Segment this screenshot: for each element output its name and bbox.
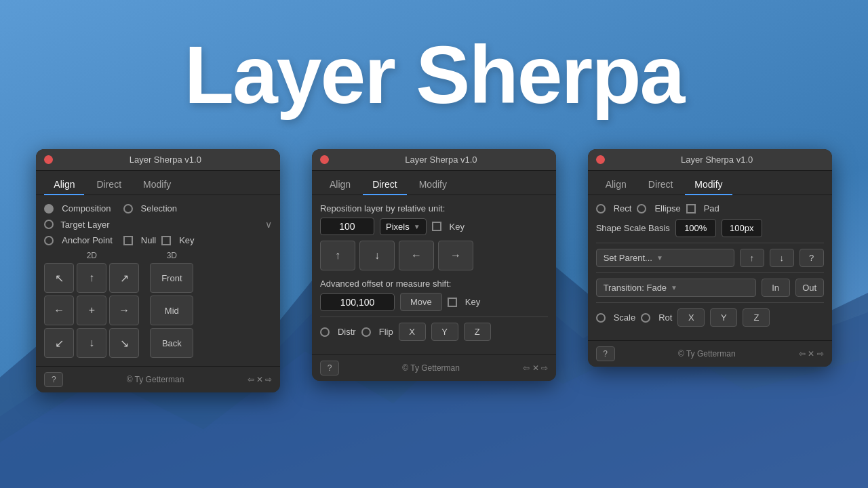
transition-dropdown[interactable]: Transition: Fade ▼ (596, 279, 756, 297)
close-button-align[interactable] (44, 155, 53, 164)
grid-3d-section: 3D Front Mid Back (150, 251, 193, 358)
btn-mid[interactable]: Mid (150, 296, 193, 325)
composition-radio[interactable] (44, 204, 54, 214)
scale-radio[interactable] (596, 313, 606, 323)
key-checkbox-direct[interactable] (432, 222, 441, 231)
move-btn[interactable]: Move (400, 293, 442, 311)
tab-modify-modify[interactable]: Modify (685, 175, 732, 195)
selection-radio[interactable] (123, 204, 133, 214)
nav-icons-align[interactable]: ⇦ ✕ ⇨ (248, 375, 273, 384)
null-label: Null (141, 235, 156, 245)
panel-title-direct: Layer Sherpa v1.0 (334, 155, 548, 165)
btn-z-modify[interactable]: Z (743, 308, 770, 327)
tab-direct-align[interactable]: Align (320, 175, 360, 195)
pad-label: Pad (704, 203, 719, 214)
btn-x-modify[interactable]: X (677, 308, 705, 327)
btn-y-modify[interactable]: Y (710, 308, 737, 327)
copyright-modify: © Ty Getterman (678, 349, 736, 359)
close-button-direct[interactable] (320, 155, 329, 164)
copyright-align: © Ty Getterman (127, 375, 184, 384)
advanced-label: Advanced offset or measure shift: (320, 279, 548, 289)
btn-z-direct[interactable]: Z (464, 323, 491, 341)
flip-radio[interactable] (361, 327, 371, 337)
tab-align-modify[interactable]: Modify (134, 175, 180, 195)
amount-input[interactable]: 100 (320, 218, 374, 235)
anchor-point-radio[interactable] (44, 236, 54, 245)
rect-radio[interactable] (596, 204, 606, 214)
btn-back[interactable]: Back (150, 328, 193, 358)
target-layer-radio[interactable] (44, 220, 54, 229)
grid-btn-se[interactable]: ↘ (109, 328, 139, 358)
target-layer-row: Target Layer ∨ (44, 219, 272, 230)
grid-btn-e[interactable]: → (109, 296, 139, 325)
pad-checkbox[interactable] (686, 204, 696, 214)
tab-align-align[interactable]: Align (44, 175, 84, 195)
direct-content: Reposition layer by relative unit: 100 P… (312, 195, 556, 354)
tab-modify-align[interactable]: Align (596, 175, 636, 195)
distr-radio[interactable] (320, 327, 330, 337)
key-checkbox-direct2[interactable] (448, 298, 457, 307)
grid-btn-c[interactable]: + (77, 296, 106, 325)
help-btn-align[interactable]: ? (44, 372, 63, 387)
modify-content: Rect Ellipse Pad Shape Scale Basis 100% … (588, 195, 832, 340)
flip-label: Flip (379, 327, 393, 337)
parent-question-btn[interactable]: ? (800, 249, 824, 267)
arrow-buttons-row: ↑ ↓ ← → (320, 241, 548, 270)
label-3d: 3D (150, 251, 193, 260)
grid-3d: Front Mid Back (150, 263, 193, 358)
parent-down-btn[interactable]: ↓ (770, 249, 794, 267)
titlebar-modify: Layer Sherpa v1.0 (588, 149, 832, 171)
grid-btn-w[interactable]: ← (44, 296, 74, 325)
grid-btn-nw[interactable]: ↖ (44, 263, 74, 293)
btn-right[interactable]: → (438, 241, 473, 270)
key-label: Key (179, 235, 194, 245)
label-2d: 2D (44, 251, 139, 260)
btn-front[interactable]: Front (150, 263, 193, 293)
btn-left[interactable]: ← (399, 241, 434, 270)
shape-scale-row: Shape Scale Basis 100% 100px (596, 219, 824, 237)
nav-icons-direct[interactable]: ⇦ ✕ ⇨ (523, 363, 548, 373)
amount-unit-row: 100 Pixels ▼ Key (320, 218, 548, 235)
target-layer-chevron[interactable]: ∨ (265, 219, 272, 230)
titlebar-direct: Layer Sherpa v1.0 (312, 149, 556, 171)
set-parent-row: Set Parent... ▼ ↑ ↓ ? (596, 249, 824, 267)
unit-value: Pixels (386, 222, 410, 232)
distr-label: Distr (338, 327, 356, 337)
grid-btn-ne[interactable]: ↗ (109, 263, 139, 293)
transition-chevron: ▼ (671, 284, 677, 291)
key-checkbox[interactable] (161, 236, 171, 245)
null-checkbox[interactable] (123, 236, 133, 245)
key-label-direct: Key (450, 222, 465, 232)
main-title: Layer Sherpa (184, 28, 684, 121)
unit-select[interactable]: Pixels ▼ (380, 218, 427, 235)
align-content: Composition Selection Target Layer ∨ Anc… (36, 195, 280, 366)
scale-px-input[interactable]: 100px (722, 219, 762, 237)
close-button-modify[interactable] (596, 155, 605, 164)
btn-down[interactable]: ↓ (359, 241, 395, 270)
in-btn[interactable]: In (762, 279, 790, 297)
help-btn-direct[interactable]: ? (320, 361, 339, 375)
btn-up[interactable]: ↑ (320, 241, 355, 270)
tab-direct-direct[interactable]: Direct (363, 175, 407, 195)
btn-y-direct[interactable]: Y (431, 323, 458, 341)
rot-radio[interactable] (641, 313, 650, 323)
nav-icons-modify[interactable]: ⇦ ✕ ⇨ (799, 349, 824, 359)
grid-btn-s[interactable]: ↓ (77, 328, 106, 358)
tab-direct-modify[interactable]: Modify (410, 175, 456, 195)
help-btn-modify[interactable]: ? (596, 346, 615, 361)
grid-btn-n[interactable]: ↑ (77, 263, 106, 293)
ellipse-radio[interactable] (637, 204, 646, 214)
btn-x-direct[interactable]: X (399, 323, 426, 341)
out-btn[interactable]: Out (795, 279, 824, 297)
parent-up-btn[interactable]: ↑ (740, 249, 764, 267)
advanced-input[interactable]: 100,100 (320, 293, 395, 311)
anchor-point-label: Anchor Point (62, 235, 112, 245)
tab-align-direct[interactable]: Direct (87, 175, 131, 195)
set-parent-chevron: ▼ (656, 254, 663, 262)
panel-title-align: Layer Sherpa v1.0 (58, 155, 272, 165)
scale-pct-input[interactable]: 100% (675, 219, 716, 237)
grid-btn-sw[interactable]: ↙ (44, 328, 74, 358)
footer-direct: ? © Ty Getterman ⇦ ✕ ⇨ (312, 354, 556, 381)
set-parent-dropdown[interactable]: Set Parent... ▼ (596, 249, 734, 267)
tab-modify-direct[interactable]: Direct (639, 175, 683, 195)
